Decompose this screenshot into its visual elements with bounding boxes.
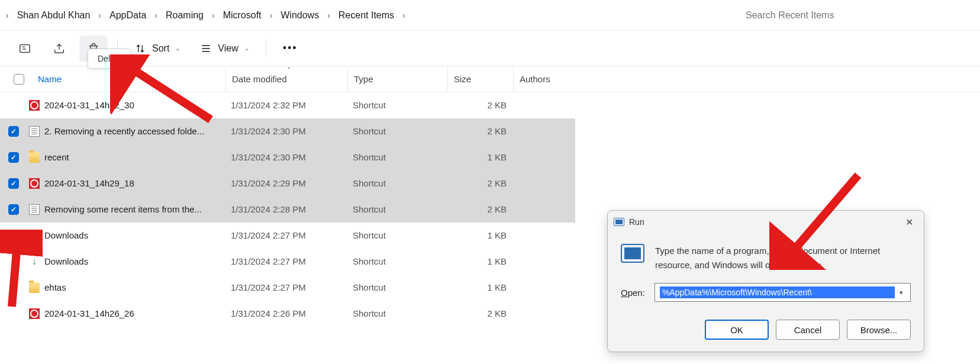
- file-type: Shortcut: [353, 256, 453, 266]
- toolbar-divider: [266, 40, 266, 57]
- dropdown-icon[interactable]: ▾: [895, 289, 908, 297]
- file-date: 1/31/2024 2:27 PM: [231, 256, 353, 266]
- file-row[interactable]: 2024-01-31_14h26_261/31/2024 2:26 PMShor…: [0, 301, 575, 327]
- file-name: 2. Removing a recently accessed folde...: [42, 126, 231, 136]
- svg-rect-0: [20, 44, 30, 52]
- file-size: 2 KB: [453, 204, 518, 214]
- file-list: 2024-01-31_14h32_301/31/2024 2:32 PMShor…: [0, 92, 575, 327]
- file-type: Shortcut: [353, 178, 453, 188]
- file-date: 1/31/2024 2:30 PM: [231, 126, 353, 136]
- file-type: Shortcut: [353, 152, 453, 162]
- file-name: Downloads: [42, 256, 231, 266]
- run-dialog: Run ✕ Type the name of a program, folder…: [607, 210, 924, 352]
- file-icon: [29, 178, 40, 189]
- download-icon: ↓: [32, 256, 37, 267]
- file-name: 2024-01-31_14h26_26: [42, 308, 231, 318]
- chevron-right-icon[interactable]: ›: [326, 11, 331, 20]
- address-bar: › Shan Abdul Khan › AppData › Roaming › …: [0, 0, 980, 31]
- row-checkbox[interactable]: [8, 152, 19, 163]
- file-type: Shortcut: [353, 230, 453, 240]
- download-icon: ↓: [32, 230, 37, 241]
- file-size: 2 KB: [453, 178, 518, 188]
- sort-button[interactable]: Sort ⌄: [127, 38, 187, 59]
- file-row[interactable]: recent1/31/2024 2:30 PMShortcut1 KB: [0, 144, 575, 170]
- column-date[interactable]: Date modified: [226, 66, 348, 92]
- file-type: Shortcut: [353, 308, 453, 318]
- chevron-right-icon[interactable]: ›: [97, 11, 102, 20]
- file-size: 1 KB: [453, 152, 518, 162]
- column-name-label: Name: [38, 74, 62, 84]
- run-app-icon: [621, 244, 644, 263]
- cancel-button[interactable]: Cancel: [776, 320, 840, 340]
- file-size: 1 KB: [453, 256, 518, 266]
- folder-icon: [29, 282, 40, 293]
- file-date: 1/31/2024 2:30 PM: [231, 152, 353, 162]
- column-type[interactable]: Type: [348, 66, 448, 92]
- file-date: 1/31/2024 2:26 PM: [231, 308, 353, 318]
- file-date: 1/31/2024 2:29 PM: [231, 178, 353, 188]
- breadcrumb-segment[interactable]: Roaming: [161, 8, 208, 23]
- file-date: 1/31/2024 2:28 PM: [231, 204, 353, 214]
- file-date: 1/31/2024 2:27 PM: [231, 230, 353, 240]
- sort-indicator-icon: ⌄: [286, 63, 291, 70]
- file-row[interactable]: ehtas1/31/2024 2:27 PMShortcut1 KB: [0, 275, 575, 301]
- column-name[interactable]: Name: [0, 66, 226, 92]
- file-icon: [29, 100, 40, 111]
- file-name: recent: [42, 152, 231, 162]
- column-authors[interactable]: Authors: [514, 66, 585, 92]
- view-button[interactable]: View ⌄: [193, 38, 256, 59]
- toolbar: Sort ⌄ View ⌄ ••• Delete: [0, 31, 980, 66]
- search-area: [739, 5, 975, 26]
- chevron-right-icon[interactable]: ›: [211, 11, 216, 20]
- file-type: Shortcut: [353, 100, 453, 110]
- more-button[interactable]: •••: [276, 37, 305, 59]
- open-input-value: %AppData%\Microsoft\Windows\Recent\: [660, 286, 895, 298]
- browse-button[interactable]: Browse...: [847, 320, 911, 340]
- row-checkbox[interactable]: [8, 178, 19, 189]
- column-size[interactable]: Size: [448, 66, 514, 92]
- file-size: 2 KB: [453, 308, 518, 318]
- close-button[interactable]: ✕: [901, 214, 918, 230]
- file-size: 2 KB: [453, 100, 518, 110]
- breadcrumb-segment[interactable]: Recent Items: [334, 8, 399, 23]
- chevron-right-icon[interactable]: ›: [153, 11, 159, 20]
- breadcrumb-segment[interactable]: Windows: [276, 8, 324, 23]
- share-button[interactable]: [45, 36, 73, 62]
- file-row[interactable]: Removing some recent items from the...1/…: [0, 197, 575, 223]
- file-row[interactable]: 2024-01-31_14h29_181/31/2024 2:29 PMShor…: [0, 170, 575, 197]
- select-all-checkbox[interactable]: [14, 74, 24, 85]
- file-row[interactable]: ↓Downloads1/31/2024 2:27 PMShortcut1 KB: [0, 223, 575, 249]
- sort-label: Sort: [152, 43, 169, 54]
- file-name: Downloads: [42, 230, 231, 240]
- chevron-right-icon[interactable]: ›: [401, 11, 407, 20]
- file-date: 1/31/2024 2:32 PM: [231, 100, 353, 110]
- file-name: Removing some recent items from the...: [42, 204, 231, 214]
- ok-button[interactable]: OK: [705, 320, 769, 340]
- file-name: ehtas: [42, 282, 231, 292]
- file-name: 2024-01-31_14h32_30: [42, 100, 231, 110]
- open-label: Open:: [621, 288, 645, 298]
- chevron-down-icon: ⌄: [175, 45, 180, 51]
- file-row[interactable]: 2024-01-31_14h32_301/31/2024 2:32 PMShor…: [0, 92, 575, 118]
- run-description: Type the name of a program, folder, docu…: [655, 244, 911, 272]
- file-row[interactable]: 2. Removing a recently accessed folde...…: [0, 118, 575, 144]
- file-size: 1 KB: [453, 230, 518, 240]
- run-titlebar[interactable]: Run ✕: [608, 211, 924, 233]
- file-size: 2 KB: [453, 126, 518, 136]
- rename-button[interactable]: [11, 36, 39, 62]
- run-title-text: Run: [629, 217, 644, 227]
- row-checkbox[interactable]: [8, 204, 19, 215]
- breadcrumb-segment[interactable]: Microsoft: [218, 8, 266, 23]
- row-checkbox[interactable]: [8, 126, 19, 137]
- file-type: Shortcut: [353, 204, 453, 214]
- file-date: 1/31/2024 2:27 PM: [231, 282, 353, 292]
- search-input[interactable]: [739, 5, 975, 26]
- chevron-right-icon[interactable]: ›: [5, 11, 10, 20]
- run-icon: [614, 218, 624, 226]
- chevron-right-icon[interactable]: ›: [269, 11, 274, 20]
- file-row[interactable]: ↓Downloads1/31/2024 2:27 PMShortcut1 KB: [0, 249, 575, 275]
- breadcrumb-segment[interactable]: Shan Abdul Khan: [12, 8, 95, 23]
- open-input[interactable]: %AppData%\Microsoft\Windows\Recent\ ▾: [655, 283, 911, 302]
- file-type: Shortcut: [353, 282, 453, 292]
- breadcrumb-segment[interactable]: AppData: [105, 8, 151, 23]
